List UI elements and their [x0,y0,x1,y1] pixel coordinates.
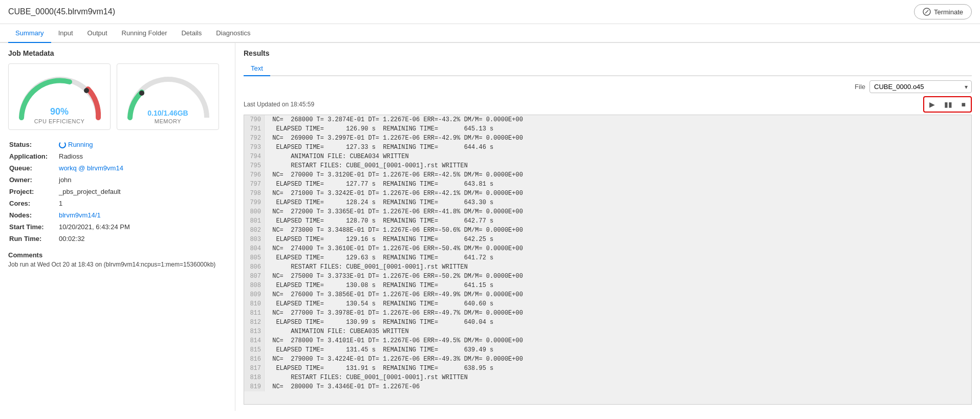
comments-section: Comments Job run at Wed Oct 20 at 18:43 … [8,251,227,268]
line-number: 807 [244,272,265,281]
line-content: NC= 269000 T= 3.2997E-01 DT= 1.2267E-06 … [265,134,971,143]
line-number: 805 [244,253,265,262]
cpu-gauge-label: CPU EFFICIENCY [34,118,85,124]
metadata-val-owner: john [59,174,226,185]
line-content: ELAPSED TIME= 130.08 s REMAINING TIME= 6… [265,281,971,290]
metadata-val-nodes[interactable]: blrvm9vm14/1 [59,211,101,219]
output-line: 795 RESTART FILES: CUBE_0001_[0001-0001]… [244,161,971,170]
line-content: NC= 274000 T= 3.3610E-01 DT= 1.2267E-06 … [265,244,971,253]
output-line: 810 ELAPSED TIME= 130.54 s REMAINING TIM… [244,299,971,308]
metadata-key-project: Project: [9,186,58,197]
terminate-button[interactable]: Terminate [914,4,972,19]
memory-gauge-label: MEMORY [155,118,181,124]
line-content: RESTART FILES: CUBE_0001_[0001-0001].rst… [265,161,971,170]
output-line: 804 NC= 274000 T= 3.3610E-01 DT= 1.2267E… [244,244,971,253]
results-tabs: Text [244,61,972,76]
file-select-wrapper: CUBE_0000.o45 [869,80,972,93]
svg-point-2 [84,88,89,93]
output-line: 815 ELAPSED TIME= 131.45 s REMAINING TIM… [244,345,971,355]
line-number: 814 [244,336,265,345]
output-line: 819 NC= 280000 T= 3.4346E-01 DT= 1.2267E… [244,382,971,391]
output-line: 809 NC= 276000 T= 3.3856E-01 DT= 1.2267E… [244,290,971,299]
line-content: NC= 275000 T= 3.3733E-01 DT= 1.2267E-06 … [265,272,971,281]
line-number: 796 [244,170,265,180]
metadata-row-run-time: Run Time: 00:02:32 [9,233,226,244]
text-output-inner: 790 NC= 268000 T= 3.2874E-01 DT= 1.2267E… [244,115,971,391]
controls-row: Last Updated on 18:45:59 ▶ ▮▮ ■ [244,96,972,113]
tab-diagnostics[interactable]: Diagnostics [209,24,257,43]
metadata-val-status: Running [59,139,226,150]
output-line: 814 NC= 278000 T= 3.4101E-01 DT= 1.2267E… [244,336,971,345]
stop-button[interactable]: ■ [957,98,970,111]
output-line: 800 NC= 272000 T= 3.3365E-01 DT= 1.2267E… [244,207,971,216]
line-number: 799 [244,198,265,207]
line-number: 816 [244,355,265,364]
results-tab-text[interactable]: Text [244,61,270,76]
file-select[interactable]: CUBE_0000.o45 [869,80,972,93]
line-content: NC= 271000 T= 3.3242E-01 DT= 1.2267E-06 … [265,189,971,198]
line-content: ELAPSED TIME= 128.24 s REMAINING TIME= 6… [265,198,971,207]
main-content: Job Metadata 90% CPU EFFICIENCY [0,43,980,411]
output-line: 807 NC= 275000 T= 3.3733E-01 DT= 1.2267E… [244,272,971,281]
line-content: ELAPSED TIME= 131.45 s REMAINING TIME= 6… [265,345,971,355]
metadata-key-application: Application: [9,151,58,162]
line-content: ELAPSED TIME= 127.77 s REMAINING TIME= 6… [265,180,971,189]
line-content: NC= 276000 T= 3.3856E-01 DT= 1.2267E-06 … [265,290,971,299]
output-line: 796 NC= 270000 T= 3.3120E-01 DT= 1.2267E… [244,170,971,180]
pause-button[interactable]: ▮▮ [940,98,956,111]
left-panel: Job Metadata 90% CPU EFFICIENCY [0,43,235,411]
metadata-row-nodes: Nodes: blrvm9vm14/1 [9,210,226,220]
tab-running-folder[interactable]: Running Folder [115,24,175,43]
line-content: ELAPSED TIME= 126.90 s REMAINING TIME= 6… [265,124,971,134]
output-line: 799 ELAPSED TIME= 128.24 s REMAINING TIM… [244,198,971,207]
line-content: ANIMATION FILE: CUBEA035 WRITTEN [265,327,971,336]
text-output[interactable]: 790 NC= 268000 T= 3.2874E-01 DT= 1.2267E… [244,115,972,405]
line-number: 802 [244,226,265,235]
metadata-row-queue: Queue: workq @ blrvm9vm14 [9,163,226,173]
metadata-key-run-time: Run Time: [9,233,58,244]
metadata-val-application: Radioss [59,151,226,162]
output-line: 801 ELAPSED TIME= 128.70 s REMAINING TIM… [244,216,971,226]
tab-summary[interactable]: Summary [8,24,51,43]
output-line: 790 NC= 268000 T= 3.2874E-01 DT= 1.2267E… [244,115,971,124]
output-line: 811 NC= 277000 T= 3.3978E-01 DT= 1.2267E… [244,308,971,318]
line-number: 801 [244,216,265,226]
metadata-row-owner: Owner: john [9,174,226,185]
metadata-table: Status: Running Application: Radioss Que… [8,138,227,245]
line-number: 809 [244,290,265,299]
line-number: 818 [244,373,265,382]
play-button[interactable]: ▶ [925,98,939,111]
metadata-key-start-time: Start Time: [9,222,58,232]
metadata-row-status: Status: Running [9,139,226,150]
line-number: 810 [244,299,265,308]
gauges-row: 90% CPU EFFICIENCY 0.10/1.46GB MEMORY [8,63,227,130]
line-number: 795 [244,161,265,170]
output-line: 808 ELAPSED TIME= 130.08 s REMAINING TIM… [244,281,971,290]
tab-details[interactable]: Details [174,24,209,43]
last-updated: Last Updated on 18:45:59 [244,101,314,108]
line-content: NC= 280000 T= 3.4346E-01 DT= 1.2267E-06 [265,382,971,391]
nav-tabs: Summary Input Output Running Folder Deta… [0,24,980,43]
output-line: 797 ELAPSED TIME= 127.77 s REMAINING TIM… [244,180,971,189]
job-metadata-title: Job Metadata [8,49,227,57]
line-content: NC= 279000 T= 3.4224E-01 DT= 1.2267E-06 … [265,355,971,364]
metadata-val-queue[interactable]: workq @ blrvm9vm14 [59,164,123,172]
metadata-row-application: Application: Radioss [9,151,226,162]
line-number: 800 [244,207,265,216]
line-content: NC= 272000 T= 3.3365E-01 DT= 1.2267E-06 … [265,207,971,216]
comments-text: Job run at Wed Oct 20 at 18:43 on (blrvm… [8,261,227,268]
line-content: NC= 270000 T= 3.3120E-01 DT= 1.2267E-06 … [265,170,971,180]
metadata-val-project: _pbs_project_default [59,186,226,197]
tab-output[interactable]: Output [80,24,115,43]
tab-input[interactable]: Input [51,24,80,43]
output-line: 803 ELAPSED TIME= 129.16 s REMAINING TIM… [244,235,971,244]
line-number: 808 [244,281,265,290]
results-title: Results [244,49,972,57]
line-content: NC= 278000 T= 3.4101E-01 DT= 1.2267E-06 … [265,336,971,345]
app-title: CUBE_0000(45.blrvm9vm14) [8,7,115,16]
metadata-val-start-time: 10/20/2021, 6:43:24 PM [59,222,226,232]
output-line: 798 NC= 271000 T= 3.3242E-01 DT= 1.2267E… [244,189,971,198]
playback-controls: ▶ ▮▮ ■ [923,96,972,113]
output-line: 802 NC= 273000 T= 3.3488E-01 DT= 1.2267E… [244,226,971,235]
cpu-gauge-value: 90% [50,106,69,117]
